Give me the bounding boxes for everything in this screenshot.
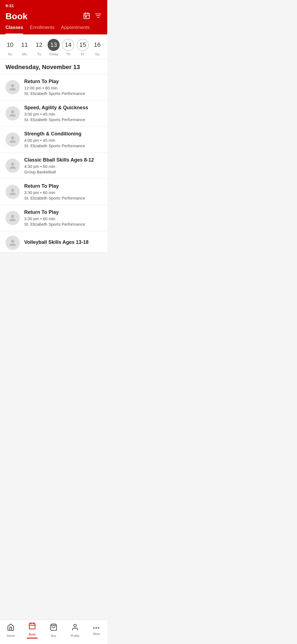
calendar-day-16[interactable]: 16 Sa bbox=[90, 39, 104, 56]
class-name-1: Return To Play bbox=[24, 79, 102, 84]
day-label-th: Th bbox=[66, 52, 70, 56]
calendar-day-15[interactable]: 15 Fr bbox=[76, 39, 90, 56]
page-title: Book bbox=[6, 11, 28, 21]
class-time-3: 4:00 pm • 45 min bbox=[24, 138, 102, 143]
tab-classes[interactable]: Classes bbox=[6, 25, 23, 34]
class-item-4[interactable]: Classic Bball Skills Ages 8-12 4:30 pm •… bbox=[0, 153, 107, 179]
class-time-4: 4:30 pm • 60 min bbox=[24, 164, 102, 169]
class-avatar-2 bbox=[6, 106, 20, 121]
class-time-5: 3:30 pm • 60 min bbox=[24, 190, 102, 195]
svg-rect-0 bbox=[84, 13, 89, 19]
day-label-today: Today bbox=[49, 52, 59, 56]
class-info-3: Strength & Conditioning 4:00 pm • 45 min… bbox=[24, 131, 102, 148]
class-time-2: 3:00 pm • 45 min bbox=[24, 112, 102, 116]
class-location-5: St. Elizabeth Sports Performance bbox=[24, 196, 102, 200]
class-name-5: Return To Play bbox=[24, 183, 102, 189]
status-time: 9:31 bbox=[6, 3, 14, 8]
class-name-6: Return To Play bbox=[24, 209, 102, 215]
calendar-day-13[interactable]: 13 Today bbox=[47, 39, 61, 56]
content-area: 10 Su 11 Mo 12 Tu 13 Today 14 Th 15 Fr 1… bbox=[0, 34, 107, 274]
class-avatar-6 bbox=[6, 211, 20, 225]
class-info-7: Volleyball Skills Ages 13-18 bbox=[24, 239, 102, 246]
class-name-4: Classic Bball Skills Ages 8-12 bbox=[24, 157, 102, 163]
class-info-6: Return To Play 3:30 pm • 60 min St. Eliz… bbox=[24, 209, 102, 227]
day-label-su: Su bbox=[8, 52, 12, 56]
class-info-5: Return To Play 3:30 pm • 60 min St. Eliz… bbox=[24, 183, 102, 200]
class-avatar-4 bbox=[6, 159, 20, 173]
class-info-2: Speed, Agility & Quickness 3:00 pm • 45 … bbox=[24, 105, 102, 122]
class-location-2: St. Elizabeth Sports Performance bbox=[24, 117, 102, 122]
class-location-4: Group Basketball bbox=[24, 170, 102, 174]
calendar-day-14[interactable]: 14 Th bbox=[61, 39, 75, 56]
class-list: Return To Play 12:00 pm • 60 min St. Eli… bbox=[0, 74, 107, 252]
day-label-tu: Tu bbox=[37, 52, 41, 56]
class-time-1: 12:00 pm • 60 min bbox=[24, 86, 102, 90]
day-number-11: 11 bbox=[18, 39, 31, 51]
class-item-1[interactable]: Return To Play 12:00 pm • 60 min St. Eli… bbox=[0, 74, 107, 100]
class-location-6: St. Elizabeth Sports Performance bbox=[24, 222, 102, 227]
day-label-sa: Sa bbox=[95, 52, 100, 56]
class-info-4: Classic Bball Skills Ages 8-12 4:30 pm •… bbox=[24, 157, 102, 174]
calendar-icon[interactable] bbox=[83, 12, 90, 21]
day-number-16: 16 bbox=[91, 39, 103, 51]
day-label-fr: Fr bbox=[81, 52, 84, 56]
class-item-6[interactable]: Return To Play 3:30 pm • 60 min St. Eliz… bbox=[0, 205, 107, 231]
class-avatar-1 bbox=[6, 80, 20, 94]
class-avatar-3 bbox=[6, 132, 20, 147]
class-location-1: St. Elizabeth Sports Performance bbox=[24, 91, 102, 96]
day-number-15: 15 bbox=[77, 39, 89, 51]
class-info-1: Return To Play 12:00 pm • 60 min St. Eli… bbox=[24, 79, 102, 96]
calendar-day-10[interactable]: 10 Su bbox=[3, 39, 17, 56]
calendar-strip: 10 Su 11 Mo 12 Tu 13 Today 14 Th 15 Fr 1… bbox=[0, 34, 107, 59]
svg-rect-4 bbox=[86, 16, 86, 17]
day-number-10: 10 bbox=[4, 39, 16, 51]
day-number-14: 14 bbox=[62, 39, 74, 51]
class-name-7: Volleyball Skills Ages 13-18 bbox=[24, 239, 102, 245]
date-heading: Wednesday, November 13 bbox=[0, 59, 107, 74]
class-name-2: Speed, Agility & Quickness bbox=[24, 105, 102, 111]
tab-enrollments[interactable]: Enrollments bbox=[30, 25, 54, 34]
class-item-7[interactable]: Volleyball Skills Ages 13-18 bbox=[0, 231, 107, 252]
class-item-2[interactable]: Speed, Agility & Quickness 3:00 pm • 45 … bbox=[0, 100, 107, 127]
day-label-mo: Mo bbox=[22, 52, 27, 56]
class-name-3: Strength & Conditioning bbox=[24, 131, 102, 137]
class-avatar-5 bbox=[6, 185, 20, 199]
class-time-6: 3:30 pm • 60 min bbox=[24, 216, 102, 221]
class-item-5[interactable]: Return To Play 3:30 pm • 60 min St. Eliz… bbox=[0, 179, 107, 205]
class-avatar-7 bbox=[6, 236, 20, 250]
class-location-3: St. Elizabeth Sports Performance bbox=[24, 143, 102, 148]
class-item-3[interactable]: Strength & Conditioning 4:00 pm • 45 min… bbox=[0, 127, 107, 153]
filter-icon[interactable] bbox=[95, 12, 102, 21]
header: Book bbox=[0, 9, 107, 21]
status-bar: 9:31 bbox=[0, 0, 107, 9]
calendar-day-11[interactable]: 11 Mo bbox=[18, 39, 31, 56]
calendar-day-12[interactable]: 12 Tu bbox=[32, 39, 46, 56]
day-number-13: 13 bbox=[48, 39, 60, 51]
header-actions bbox=[83, 12, 102, 21]
day-number-12: 12 bbox=[33, 39, 45, 51]
tab-appointments[interactable]: Appointments bbox=[61, 25, 90, 34]
tab-bar: Classes Enrollments Appointments bbox=[0, 21, 107, 34]
